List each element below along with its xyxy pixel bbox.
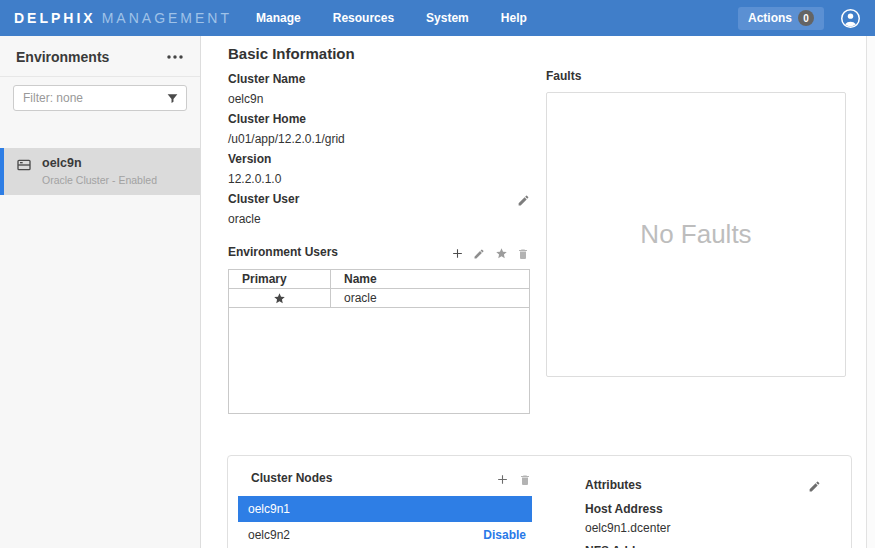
environments-sidebar: Environments [0,36,201,548]
faults-title: Faults [546,69,846,83]
sidebar-item-oelc9n[interactable]: oelc9n Oracle Cluster - Enabled [0,148,200,195]
table-header-primary: Primary [229,270,331,288]
edit-user-pencil-icon[interactable] [473,246,486,259]
table-cell-name: oracle [331,291,529,305]
field-value-cluster-home: /u01/app/12.2.0.1/grid [228,129,530,149]
nav-item-resources[interactable]: Resources [333,11,394,25]
filter-wrap [13,85,187,111]
sidebar-header: Environments [0,36,200,77]
node-list: oelc9n1 oelc9n2 Disable [238,496,532,548]
table-row[interactable]: oracle [229,289,529,308]
add-node-plus-icon[interactable] [496,472,509,485]
attr-label-nfs-addresses: NFS Addresses [585,544,821,548]
actions-button[interactable]: Actions 0 [738,7,824,30]
environment-users-table: Primary Name oracle [228,269,530,414]
field-label-version: Version [228,149,530,169]
attr-value-host-address: oelc9n1.dcenter [585,521,821,535]
attr-label-host-address: Host Address [585,502,821,516]
user-avatar-icon[interactable] [840,8,861,29]
no-faults-text: No Faults [640,219,751,250]
attributes-panel: Attributes Host Address oelc9n1.dcenter … [558,456,851,548]
page-title: Basic Information [228,45,355,62]
ellipsis-menu-icon[interactable] [166,54,184,60]
basic-info-fields: Cluster Name oelc9n Cluster Home /u01/ap… [228,69,530,414]
env-item-subtitle: Oracle Cluster - Enabled [42,174,157,186]
delphix-logo: DELPHIX MANAGEMENT [14,10,232,26]
delete-user-trash-icon[interactable] [517,246,530,259]
logo-secondary: MANAGEMENT [102,10,232,26]
top-navbar: DELPHIX MANAGEMENT Manage Resources Syst… [0,0,875,36]
node-row-oelc9n1[interactable]: oelc9n1 [238,496,532,522]
nav-item-manage[interactable]: Manage [256,11,301,25]
funnel-filter-icon[interactable] [166,91,179,104]
set-primary-star-icon[interactable] [495,246,508,259]
cluster-nodes-panel: Cluster Nodes oelc9n1 [228,456,558,548]
node-row-oelc9n2[interactable]: oelc9n2 Disable [238,522,532,548]
field-value-version: 12.2.0.1.0 [228,169,530,189]
node-name: oelc9n2 [248,528,290,542]
field-value-cluster-user: oracle [228,209,530,229]
attributes-title: Attributes [585,478,642,492]
cluster-icon [16,157,32,173]
disable-node-link[interactable]: Disable [483,528,526,542]
main-content: Basic Information Cluster Name oelc9n Cl… [201,36,866,548]
cluster-nodes-title: Cluster Nodes [251,471,332,485]
sidebar-title: Environments [16,49,109,65]
field-label-cluster-name: Cluster Name [228,69,530,89]
nav-item-help[interactable]: Help [501,11,527,25]
cluster-nodes-card: Cluster Nodes oelc9n1 [227,455,852,548]
env-item-name: oelc9n [42,156,157,170]
logo-primary: DELPHIX [14,10,96,26]
field-value-cluster-name: oelc9n [228,89,530,109]
node-name: oelc9n1 [248,502,290,516]
edit-cluster-user-pencil-icon[interactable] [517,193,530,206]
field-label-cluster-home: Cluster Home [228,109,530,129]
nav-item-system[interactable]: System [426,11,469,25]
delete-node-trash-icon[interactable] [519,472,532,485]
actions-count-badge: 0 [798,10,814,26]
field-label-cluster-user: Cluster User [228,189,299,209]
faults-panel: Faults No Faults [546,69,846,377]
faults-box: No Faults [546,92,846,377]
vertical-scrollbar[interactable] [866,36,875,548]
environment-users-title: Environment Users [228,245,338,259]
add-user-plus-icon[interactable] [451,246,464,259]
edit-attributes-pencil-icon[interactable] [808,479,821,492]
filter-input[interactable] [13,85,187,111]
primary-star-icon [273,292,286,305]
table-header-name: Name [331,272,529,286]
actions-button-label: Actions [748,11,792,25]
